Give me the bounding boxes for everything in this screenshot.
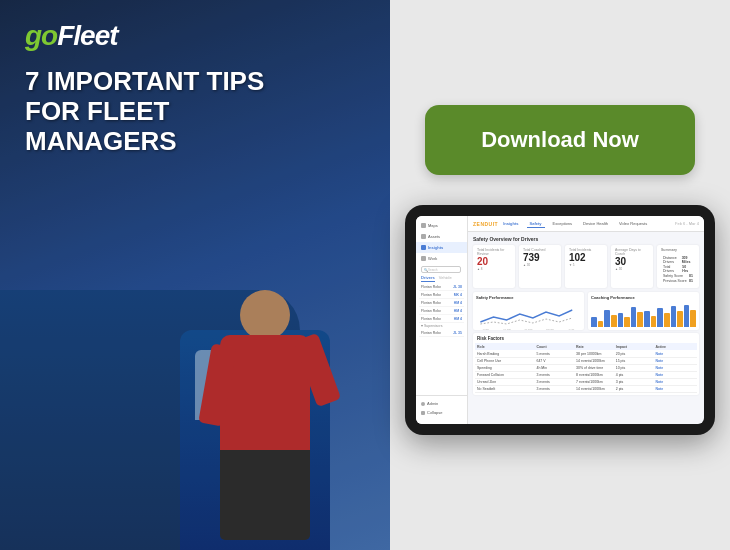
bar-item	[690, 310, 696, 328]
sidebar-item-work[interactable]: Work	[416, 253, 467, 264]
bar-item	[591, 317, 597, 327]
tab-drivers[interactable]: Drivers	[421, 275, 435, 282]
tab-exceptions[interactable]: Exceptions	[550, 220, 576, 227]
table-row: Cell Phone Use 647 V 14 events/1000km 15…	[475, 358, 697, 365]
charts-row: Safety Performance	[473, 292, 699, 330]
bar-item	[657, 308, 663, 327]
driver-row: Florian Robo MK 4	[419, 291, 464, 299]
search-box[interactable]: 🔍 Search	[421, 266, 461, 273]
tab-device-health[interactable]: Device Health	[580, 220, 611, 227]
table-row: Unread Zion 3 events 7 events/1000km 3 p…	[475, 379, 697, 386]
table-title: Risk Factors	[475, 335, 697, 343]
logo: goFleet	[25, 20, 365, 52]
tablet-outer: Maps Assets Insights	[405, 205, 715, 435]
admin-icon	[421, 402, 425, 406]
insights-label: Insights	[503, 221, 518, 226]
bar-item	[631, 307, 637, 327]
main-content: ZENDUIT Insights Safety Exceptions Devic…	[468, 216, 704, 424]
table-row: Harsh Braking 5 events 38 per 10000km 20…	[475, 351, 697, 358]
bar-chart	[591, 302, 696, 327]
headline: 7 IMPORTANT TIPS FOR FLEET MANAGERS	[25, 67, 305, 157]
zenduit-logo: ZENDUIT	[473, 221, 498, 227]
table-row: No Seatbelt 3 events 14 events/1000km 2 …	[475, 386, 697, 393]
driver-row: Florian Robo HM 4	[419, 307, 464, 315]
coaching-performance-chart: Coaching Performance	[588, 292, 699, 330]
tab-vehicle[interactable]: Vehicle	[439, 275, 452, 282]
dashboard-content: Safety Overview for Drivers Total Incide…	[468, 232, 704, 424]
left-content: goFleet 7 IMPORTANT TIPS FOR FLEET MANAG…	[0, 0, 390, 550]
sidebar: Maps Assets Insights	[416, 216, 468, 424]
duit-text: DUIT	[485, 221, 499, 227]
bar-item	[671, 306, 677, 327]
stat-coached: Total Coached 739 ▲ 30	[519, 245, 561, 288]
bar-item	[637, 312, 643, 327]
table-row: Forward Collision 3 events 8 events/1000…	[475, 372, 697, 379]
driver-row: Florian Robo HM 4	[419, 299, 464, 307]
driver-vehicle-tabs: Drivers Vehicle	[416, 275, 467, 282]
stats-row: Total Incidents for Review 20 ▲ 8 Total …	[473, 245, 699, 288]
topbar: ZENDUIT Insights Safety Exceptions Devic…	[468, 216, 704, 232]
tab-video-requests[interactable]: Video Requests	[616, 220, 650, 227]
bar-item	[664, 313, 670, 327]
logo-fleet: Fleet	[57, 20, 117, 51]
chart-x-labels: 7 Feb 14 Feb 21 Feb 28 Feb 4 Apr	[476, 327, 581, 331]
table-header: Role Count Rate Impact Active	[475, 343, 697, 350]
bar-item	[651, 316, 657, 327]
tablet-screen: Maps Assets Insights	[416, 216, 704, 424]
collapse-icon	[421, 411, 425, 415]
work-icon	[421, 256, 426, 261]
stat-total-incidents: Total Incidents 102 ▼ 5	[565, 245, 607, 288]
sidebar-bottom: Admin Collapse	[416, 395, 467, 420]
sidebar-item-collapse[interactable]: Collapse	[421, 408, 462, 417]
bar-item	[604, 310, 610, 328]
sidebar-item-maps[interactable]: Maps	[416, 220, 467, 231]
risk-factors-table: Risk Factors Role Count Rate Impact Acti…	[473, 333, 699, 395]
stat-incidents-review: Total Incidents for Review 20 ▲ 8	[473, 245, 515, 288]
dashboard: Maps Assets Insights	[416, 216, 704, 424]
bar-item	[644, 311, 650, 327]
table-row: Speeding 4h Min 30% of drive time 10 pts…	[475, 365, 697, 372]
logo-go: go	[25, 20, 57, 51]
date-range: Feb 6 - Mar 4	[675, 221, 699, 226]
left-panel: goFleet 7 IMPORTANT TIPS FOR FLEET MANAG…	[0, 0, 390, 550]
driver-list: Florian Robo JL 38 Florian Robo MK 4 Flo…	[416, 283, 467, 337]
search-area: 🔍 Search	[416, 264, 467, 275]
insights-icon	[421, 245, 426, 250]
sidebar-item-assets[interactable]: Assets	[416, 231, 467, 242]
zen-text: ZEN	[473, 221, 485, 227]
line-chart	[476, 302, 581, 327]
bar-item	[598, 321, 604, 327]
tablet-mockup: Maps Assets Insights	[405, 205, 715, 445]
logo-area: goFleet	[25, 20, 365, 52]
line-chart-svg	[476, 302, 581, 327]
sidebar-item-admin[interactable]: Admin	[421, 399, 462, 408]
safety-performance-chart: Safety Performance	[473, 292, 584, 330]
main-container: goFleet 7 IMPORTANT TIPS FOR FLEET MANAG…	[0, 0, 730, 550]
summary-box: Distance Drivers 309 Miles Total Drivers…	[661, 253, 695, 285]
download-button[interactable]: Download Now	[425, 105, 695, 175]
bar-item	[677, 311, 683, 327]
driver-row: Florian Robo JL 35	[419, 329, 464, 337]
section-title: Safety Overview for Drivers	[473, 236, 699, 242]
stat-avg-days: Average Days to Coach 30 ▲ 30	[611, 245, 653, 288]
bar-item	[684, 305, 690, 328]
tab-safety[interactable]: Safety	[527, 220, 545, 228]
map-icon	[421, 223, 426, 228]
assets-icon	[421, 234, 426, 239]
stat-summary: Summary Distance Drivers 309 Miles Tot	[657, 245, 699, 288]
bar-item	[624, 317, 630, 327]
sidebar-item-insights[interactable]: Insights	[416, 242, 467, 253]
driver-row: Florian Robo JL 38	[419, 283, 464, 291]
right-panel: Download Now Maps	[390, 0, 730, 550]
bar-item	[618, 313, 624, 327]
driver-row: Florian Robo HM 4	[419, 315, 464, 323]
bar-item	[611, 315, 617, 328]
